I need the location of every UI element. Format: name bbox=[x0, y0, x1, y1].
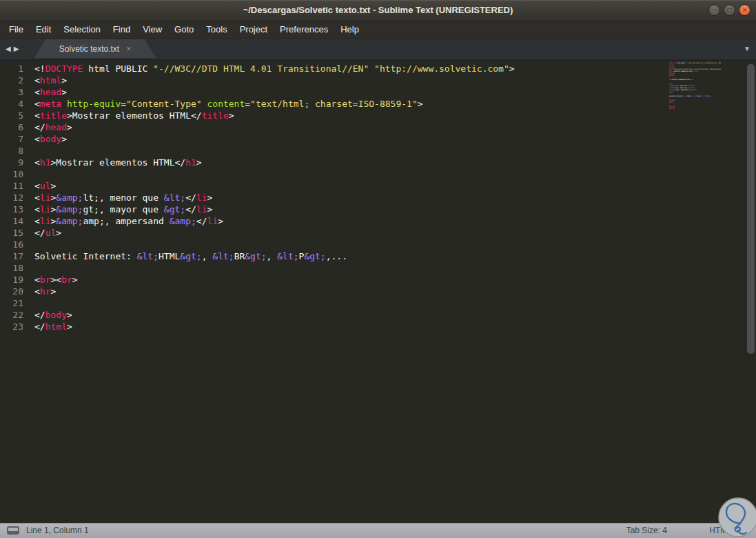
code-line[interactable]: 21 bbox=[0, 297, 756, 309]
sublime-text-window: ~/Descargas/Solvetic texto.txt - Sublime… bbox=[0, 0, 756, 538]
menu-preferences[interactable]: Preferences bbox=[274, 21, 334, 38]
code-line[interactable]: 23</html> bbox=[0, 321, 756, 332]
line-number: 22 bbox=[0, 309, 23, 321]
tab-solvetic-texto[interactable]: Solvetic texto.txt × bbox=[34, 39, 156, 58]
menu-project[interactable]: Project bbox=[234, 21, 274, 38]
code-line-text bbox=[23, 168, 34, 180]
line-number: 14 bbox=[0, 215, 23, 227]
code-line-text: <title>Mostrar elementos HTML</title> bbox=[23, 110, 234, 121]
code-line[interactable]: 4<meta http-equiv="Content-Type" content… bbox=[0, 98, 756, 110]
code-line[interactable]: 8 bbox=[0, 145, 756, 157]
code-line[interactable]: 22</body> bbox=[0, 309, 756, 321]
minimap-line-text: Solvetic Internet: &lt;HTML&gt;, &lt;BR&… bbox=[668, 95, 714, 97]
line-number: 11 bbox=[0, 180, 23, 192]
code-editor[interactable]: 1<!DOCTYPE html PUBLIC "-//W3C//DTD HTML… bbox=[0, 61, 756, 526]
menu-bar: File Edit Selection Find View Goto Tools… bbox=[0, 21, 756, 39]
line-number: 20 bbox=[0, 286, 23, 297]
code-line[interactable]: 2<html> bbox=[0, 74, 756, 86]
minimap-line-text: <!DOCTYPE html PUBLIC "-//W3C//DTD HTML … bbox=[668, 62, 721, 64]
code-line[interactable]: 11<ul> bbox=[0, 180, 756, 192]
tab-scroll-arrows: ◀ ▶ bbox=[6, 39, 19, 58]
menu-find[interactable]: Find bbox=[107, 21, 136, 38]
tab-close-icon[interactable]: × bbox=[126, 45, 131, 53]
code-line-text: <!DOCTYPE html PUBLIC "-//W3C//DTD HTML … bbox=[23, 63, 515, 74]
menu-tools[interactable]: Tools bbox=[200, 21, 233, 38]
scroll-tabs-left-icon[interactable]: ◀ bbox=[6, 45, 11, 52]
line-number: 13 bbox=[0, 203, 23, 215]
code-line[interactable]: 5<title>Mostrar elementos HTML</title> bbox=[0, 110, 756, 121]
cursor-position: Line 1, Column 1 bbox=[26, 524, 89, 538]
line-number: 18 bbox=[0, 262, 23, 274]
window-controls: − □ × bbox=[708, 4, 750, 16]
code-line[interactable]: 3<head> bbox=[0, 86, 756, 98]
code-line[interactable]: 16 bbox=[0, 239, 756, 250]
line-number: 8 bbox=[0, 145, 23, 157]
tab-label: Solvetic texto.txt bbox=[59, 44, 119, 54]
code-line[interactable]: 20<hr> bbox=[0, 286, 756, 297]
code-line-text bbox=[23, 145, 34, 157]
line-number: 23 bbox=[0, 321, 23, 332]
code-line[interactable]: 15</ul> bbox=[0, 227, 756, 239]
code-line[interactable]: 10 bbox=[0, 168, 756, 180]
tab-overflow-icon[interactable]: ▼ bbox=[744, 45, 750, 52]
close-button-icon[interactable]: × bbox=[739, 4, 750, 16]
vertical-scrollbar[interactable] bbox=[747, 64, 755, 354]
line-number: 9 bbox=[0, 157, 23, 168]
code-line-text: </body> bbox=[23, 309, 72, 321]
code-line[interactable]: 17Solvetic Internet: &lt;HTML&gt;, &lt;B… bbox=[0, 250, 756, 262]
code-line-text: <li>&amp;gt;, mayor que &gt;</li> bbox=[23, 203, 212, 215]
code-line-text: <ul> bbox=[23, 180, 56, 192]
code-line[interactable]: 14<li>&amp;amp;, ampersand &amp;</li> bbox=[0, 215, 756, 227]
menu-goto[interactable]: Goto bbox=[168, 21, 200, 38]
code-line[interactable]: 13<li>&amp;gt;, mayor que &gt;</li> bbox=[0, 203, 756, 215]
menu-help[interactable]: Help bbox=[334, 21, 365, 38]
code-line[interactable]: 12<li>&amp;lt;, menor que &lt;</li> bbox=[0, 192, 756, 203]
menu-selection[interactable]: Selection bbox=[57, 21, 106, 38]
panel-toggle-icon[interactable] bbox=[7, 526, 19, 535]
line-number: 6 bbox=[0, 121, 23, 133]
window-title: ~/Descargas/Solvetic texto.txt - Sublime… bbox=[0, 0, 756, 21]
line-number: 12 bbox=[0, 192, 23, 203]
minimap[interactable]: <!DOCTYPE html PUBLIC "-//W3C//DTD HTML … bbox=[668, 62, 721, 145]
line-number: 15 bbox=[0, 227, 23, 239]
status-bar: Line 1, Column 1 Tab Size: 4 HTML bbox=[0, 523, 756, 538]
code-line-text: <body> bbox=[23, 133, 67, 145]
scroll-tabs-right-icon[interactable]: ▶ bbox=[14, 45, 19, 52]
code-line-text: <br><br> bbox=[23, 274, 78, 286]
minimap-line: Solvetic Internet: &lt;HTML&gt;, &lt;BR&… bbox=[668, 95, 721, 97]
tab-size-indicator[interactable]: Tab Size: 4 bbox=[626, 524, 667, 538]
code-line[interactable]: 9<h1>Mostrar elementos HTML</h1> bbox=[0, 157, 756, 168]
line-number: 3 bbox=[0, 86, 23, 98]
line-number: 5 bbox=[0, 110, 23, 121]
sublime-logo-icon bbox=[717, 496, 756, 538]
menu-edit[interactable]: Edit bbox=[30, 21, 57, 38]
code-line-text: Solvetic Internet: &lt;HTML&gt;, &lt;BR&… bbox=[23, 250, 347, 262]
line-number: 2 bbox=[0, 74, 23, 86]
line-number: 10 bbox=[0, 168, 23, 180]
minimap-line: </html> bbox=[668, 108, 721, 110]
code-line-text: <head> bbox=[23, 86, 67, 98]
minimap-line: <!DOCTYPE html PUBLIC "-//W3C//DTD HTML … bbox=[668, 62, 721, 64]
code-line-text: <h1>Mostrar elementos HTML</h1> bbox=[23, 157, 202, 168]
code-line[interactable]: 19<br><br> bbox=[0, 274, 756, 286]
title-bar[interactable]: ~/Descargas/Solvetic texto.txt - Sublime… bbox=[0, 0, 756, 21]
line-number: 4 bbox=[0, 98, 23, 110]
code-line[interactable]: 7<body> bbox=[0, 133, 756, 145]
code-line-text: </ul> bbox=[23, 227, 61, 239]
minimize-button-icon[interactable]: − bbox=[708, 4, 720, 16]
maximize-button-icon[interactable]: □ bbox=[724, 4, 735, 16]
menu-file[interactable]: File bbox=[3, 21, 30, 38]
code-area[interactable]: 1<!DOCTYPE html PUBLIC "-//W3C//DTD HTML… bbox=[0, 61, 756, 332]
code-line-text: </head> bbox=[23, 121, 72, 133]
line-number: 7 bbox=[0, 133, 23, 145]
menu-view[interactable]: View bbox=[136, 21, 168, 38]
code-line[interactable]: 1<!DOCTYPE html PUBLIC "-//W3C//DTD HTML… bbox=[0, 63, 756, 74]
line-number: 16 bbox=[0, 239, 23, 250]
code-line-text: <meta http-equiv="Content-Type" content=… bbox=[23, 98, 423, 110]
code-line[interactable]: 6</head> bbox=[0, 121, 756, 133]
code-line[interactable]: 18 bbox=[0, 262, 756, 274]
code-line-text: </html> bbox=[23, 321, 72, 332]
line-number: 17 bbox=[0, 250, 23, 262]
line-number: 19 bbox=[0, 274, 23, 286]
minimap-line-text: <h1>Mostrar elementos HTML</h1> bbox=[668, 79, 693, 81]
